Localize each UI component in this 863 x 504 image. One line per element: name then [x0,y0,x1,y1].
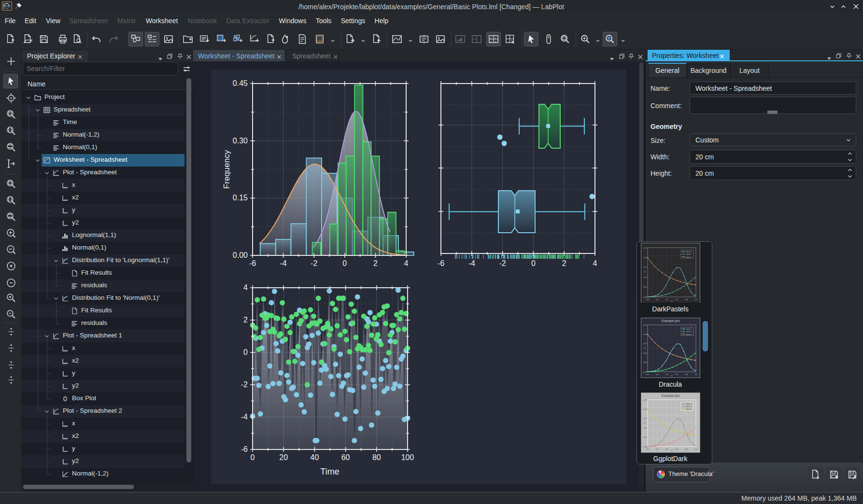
svg-text:0.2: 0.2 [656,374,658,376]
svg-text:x: x [671,374,673,377]
svg-text:4: 4 [404,259,409,267]
svg-text:1.0: 1.0 [694,374,697,376]
svg-text:data 2: data 2 [686,406,692,407]
svg-text:-2: -2 [311,259,317,267]
svg-text:0.8: 0.8 [685,448,687,450]
svg-text:100: 100 [401,453,414,462]
svg-text:data 2: data 2 [686,331,692,333]
svg-text:2: 2 [373,259,378,267]
svg-text:0.4: 0.4 [665,374,668,376]
svg-text:-2: -2 [499,259,506,267]
svg-text:4: 4 [593,259,597,267]
svg-text:0.45: 0.45 [233,79,248,87]
svg-text:0.15: 0.15 [643,266,647,268]
svg-text:0.2: 0.2 [656,448,658,450]
svg-text:2: 2 [243,316,248,324]
svg-text:0.05: 0.05 [643,436,647,438]
svg-text:-6: -6 [241,445,248,453]
svg-text:0.00: 0.00 [233,251,248,259]
svg-text:0.4: 0.4 [665,299,668,301]
svg-text:0: 0 [251,453,255,462]
svg-text:60: 60 [341,453,350,462]
svg-text:x: x [671,299,673,302]
svg-text:0.05: 0.05 [643,362,647,364]
svg-text:0.20: 0.20 [643,408,647,410]
svg-text:y: y [644,346,646,349]
svg-text:data 2: data 2 [686,253,692,255]
svg-text:0.4: 0.4 [665,448,668,450]
svg-text:0.15: 0.15 [643,418,647,420]
svg-text:-6: -6 [438,259,444,267]
svg-text:0.25: 0.25 [643,247,647,249]
svg-text:-2: -2 [241,380,248,389]
svg-text:0.0: 0.0 [646,374,649,376]
svg-text:0.00: 0.00 [643,296,647,298]
svg-text:-4: -4 [468,259,475,267]
svg-text:2: 2 [562,259,566,267]
svg-text:0.8: 0.8 [685,374,687,376]
svg-text:Frequency: Frequency [222,150,231,189]
svg-text:0.20: 0.20 [643,257,647,259]
svg-text:-4: -4 [280,259,286,267]
svg-text:0: 0 [243,348,248,356]
svg-text:0.0: 0.0 [646,299,649,301]
svg-text:-4: -4 [241,413,248,421]
svg-text:0.15: 0.15 [643,343,647,345]
svg-text:1.0: 1.0 [694,448,697,450]
svg-text:0.0: 0.0 [646,448,649,450]
svg-text:x: x [671,449,673,452]
svg-text:Example plot: Example plot [662,394,680,398]
svg-text:Example plot: Example plot [662,319,680,323]
svg-text:0.10: 0.10 [643,427,647,429]
svg-text:Time: Time [320,467,339,476]
svg-text:data 1: data 1 [686,251,692,253]
svg-text:1.0: 1.0 [694,299,697,301]
svg-text:0.6: 0.6 [675,448,678,450]
svg-text:data 3: data 3 [686,408,692,410]
svg-text:-6: -6 [249,259,256,267]
svg-text:data 3: data 3 [686,334,692,336]
svg-text:0.25: 0.25 [643,399,647,401]
svg-text:0.6: 0.6 [675,374,678,376]
svg-text:0.25: 0.25 [643,324,647,326]
svg-text:80: 80 [372,453,381,462]
svg-text:40: 40 [311,453,319,462]
svg-text:0.8: 0.8 [685,299,687,301]
svg-text:0.10: 0.10 [643,352,647,354]
svg-text:0.20: 0.20 [643,334,647,336]
svg-text:data 1: data 1 [686,403,692,405]
svg-text:0.10: 0.10 [643,277,647,279]
svg-text:data 3: data 3 [686,256,692,258]
svg-text:0.30: 0.30 [233,137,248,145]
svg-text:4: 4 [243,283,248,292]
svg-text:data 1: data 1 [686,328,692,330]
svg-text:y: y [644,421,646,424]
svg-text:0: 0 [531,259,536,267]
svg-text:0.05: 0.05 [643,286,647,288]
svg-text:y: y [644,270,646,273]
svg-text:0.15: 0.15 [233,194,248,202]
svg-text:0.00: 0.00 [643,371,647,373]
svg-text:0.00: 0.00 [643,446,647,448]
svg-text:0.2: 0.2 [656,299,658,301]
svg-text:20: 20 [279,453,288,462]
svg-text:0.6: 0.6 [675,299,678,301]
svg-text:0: 0 [342,259,347,267]
